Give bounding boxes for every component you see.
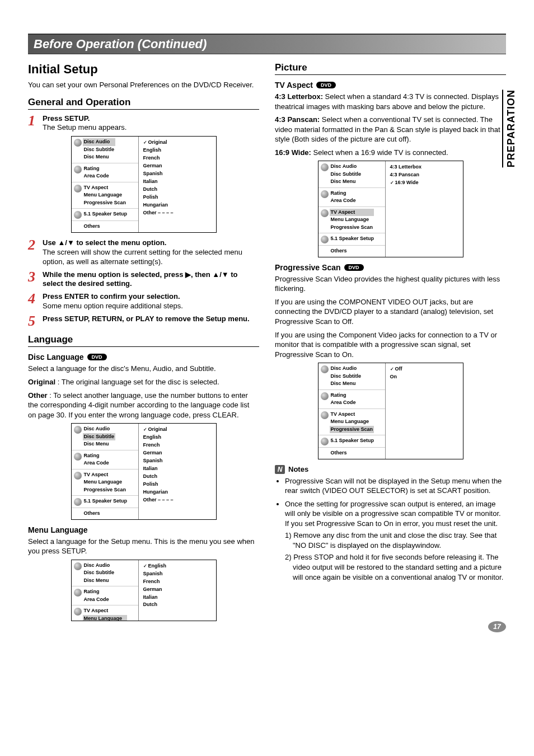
tv-icon: [74, 185, 82, 192]
note-substep: 1) Remove any disc from the unit and clo…: [285, 530, 506, 550]
step-body: Some menu option require additional step…: [43, 302, 183, 310]
heading-picture: Picture: [275, 62, 506, 75]
step-title: Press ENTER to confirm your selection.: [43, 292, 180, 300]
step-title: While the menu option is selected, press…: [43, 270, 238, 288]
note-substep: 2) Press STOP and hold it for five secon…: [285, 552, 506, 582]
lock-icon: [74, 453, 82, 461]
heading-language: Language: [28, 334, 259, 347]
disc-lang-other: Other : To select another language, use …: [28, 391, 259, 420]
step-2: 2 Use ▲/▼ to select the menu option.The …: [28, 238, 259, 267]
globe-icon: [74, 426, 82, 434]
speaker-icon: [321, 438, 329, 445]
tv-panscan: 4:3 Panscan: Select when a conventional …: [275, 115, 506, 144]
osd-disc-language: Disc AudioDisc SubtitleDisc Menu RatingA…: [71, 423, 217, 520]
step-3: 3 While the menu option is selected, pre…: [28, 270, 259, 289]
heading-menu-language: Menu Language: [28, 525, 259, 534]
tv-icon: [321, 209, 329, 217]
lock-icon: [321, 392, 329, 400]
menu-lang-text: Select a language for the Setup menu. Th…: [28, 537, 259, 556]
dvd-badge: DVD: [344, 264, 364, 271]
step-title: Use ▲/▼ to select the menu option.: [43, 238, 166, 247]
globe-icon: [74, 562, 82, 570]
disc-lang-original: Original : The original language set for…: [28, 377, 259, 387]
step-5: 5 Press SETUP, RETURN, or PLAY to remove…: [28, 314, 259, 327]
lock-icon: [74, 589, 82, 597]
heading-tv-aspect: TV Aspect DVD: [275, 81, 506, 90]
heading-progressive-scan: Progressive Scan DVD: [275, 263, 506, 272]
speaker-icon: [321, 236, 329, 243]
globe-icon: [321, 163, 329, 171]
step-body: The screen will show the current setting…: [43, 248, 242, 266]
step-number: 1: [28, 114, 39, 133]
dvd-badge: DVD: [316, 82, 336, 88]
notes-icon: N: [275, 465, 285, 474]
right-column: Picture TV Aspect DVD 4:3 Letterbox: Sel…: [275, 62, 506, 627]
speaker-icon: [74, 498, 82, 506]
lock-icon: [321, 190, 329, 198]
step-1: 1 Press SETUP.The Setup menu appears.: [28, 114, 259, 133]
ps-p2: If you are using the COMPONENT VIDEO OUT…: [275, 297, 506, 327]
ps-p3: If you are using the Component Video jac…: [275, 330, 506, 360]
ps-p1: Progressive Scan Video provides the high…: [275, 274, 506, 294]
step-number: 4: [28, 292, 39, 311]
notes-heading: N Notes: [275, 465, 506, 474]
note-item: Once the setting for progressive scan ou…: [285, 499, 506, 582]
notes-list: Progressive Scan will not be displayed i…: [275, 476, 506, 582]
heading-disc-language: Disc Language DVD: [28, 353, 259, 361]
disc-lang-intro: Select a language for the disc's Menu, A…: [28, 364, 259, 374]
left-column: Initial Setup You can set your own Perso…: [28, 62, 259, 627]
tv-letterbox: 4:3 Letterbox: Select when a standard 4:…: [275, 92, 506, 111]
osd-menu-language: Disc AudioDisc SubtitleDisc Menu RatingA…: [71, 560, 217, 621]
heading-general: General and Operation: [28, 97, 259, 110]
step-title: Press SETUP, RETURN, or PLAY to remove t…: [43, 314, 250, 323]
tv-wide: 16:9 Wide: Select when a 16:9 wide TV is…: [275, 148, 506, 158]
osd-setup-menu: Disc AudioDisc SubtitleDisc Menu RatingA…: [71, 136, 217, 233]
step-number: 3: [28, 270, 39, 289]
dvd-badge: DVD: [87, 354, 107, 360]
page-number: 17: [488, 621, 506, 632]
speaker-icon: [74, 211, 82, 219]
step-4: 4 Press ENTER to confirm your selection.…: [28, 292, 259, 311]
notes-label: Notes: [288, 465, 308, 473]
step-number: 2: [28, 238, 39, 267]
osd-tv-aspect: Disc AudioDisc SubtitleDisc Menu RatingA…: [318, 161, 463, 257]
step-body: The Setup menu appears.: [43, 123, 127, 132]
intro-text: You can set your own Personal Preference…: [28, 80, 259, 90]
side-tab: PREPARATION: [502, 90, 517, 167]
heading-initial-setup: Initial Setup: [28, 62, 259, 77]
globe-icon: [74, 139, 82, 147]
section-header: Before Operation (Continued): [28, 34, 506, 54]
section-title: Before Operation (Continued): [34, 37, 500, 51]
step-title: Press SETUP.: [43, 114, 90, 123]
note-item: Progressive Scan will not be displayed i…: [285, 476, 506, 496]
globe-icon: [321, 365, 329, 373]
osd-progressive-scan: Disc AudioDisc SubtitleDisc Menu RatingA…: [318, 363, 463, 459]
lock-icon: [74, 166, 82, 173]
tv-icon: [74, 472, 82, 480]
tv-icon: [321, 411, 329, 419]
step-number: 5: [28, 314, 39, 327]
tv-icon: [74, 608, 82, 616]
